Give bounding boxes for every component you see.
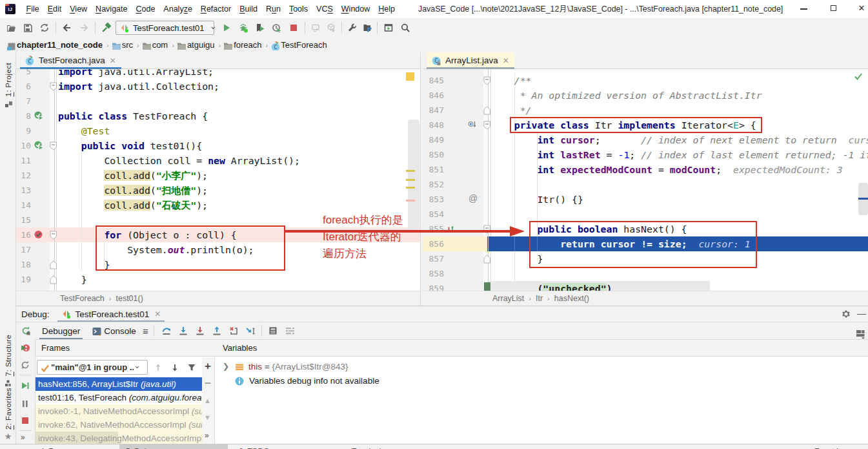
fold-expand-icon[interactable] — [50, 260, 57, 269]
breadcrumb-item[interactable]: ArrayList — [492, 294, 524, 303]
pause-button[interactable] — [20, 399, 30, 409]
step-out-button[interactable] — [208, 323, 225, 339]
remove-watch-button[interactable]: − — [205, 379, 211, 389]
breadcrumb-item[interactable]: TestForeach — [60, 294, 105, 303]
breadcrumb-item[interactable]: TestForeach — [281, 40, 327, 50]
maximize-button[interactable] — [823, 0, 843, 17]
editor-splitter[interactable] — [420, 52, 423, 306]
tabs-menu-button[interactable]: ≡ — [140, 323, 151, 339]
breakpoint-check-icon[interactable] — [34, 229, 44, 240]
stripe-favorites[interactable]: 2: Favorites★ — [0, 388, 16, 441]
run-to-cursor-button[interactable] — [242, 323, 259, 339]
fold-marker[interactable] — [483, 121, 491, 130]
frame-row[interactable]: invoke0:-1, NativeMethodAccessorImpl (su — [35, 404, 202, 418]
rerun-debug-button[interactable] — [20, 343, 30, 353]
debug-settings-button[interactable] — [841, 309, 851, 319]
drop-frame-button[interactable] — [225, 323, 242, 339]
fold-marker[interactable] — [483, 106, 491, 115]
add-watch-button[interactable]: + — [205, 361, 211, 371]
frame-up-button[interactable] — [153, 362, 163, 372]
open-button[interactable] — [3, 20, 19, 36]
override-marker-icon[interactable] — [467, 120, 478, 130]
coverage-button[interactable] — [252, 20, 268, 36]
stripe-project[interactable]: 1: Project — [0, 63, 16, 108]
fold-marker[interactable] — [483, 76, 491, 85]
stop-button[interactable] — [285, 20, 302, 36]
fold-expand-icon[interactable] — [483, 106, 491, 115]
editor-right-tab[interactable]: CArrayList.java✕ — [427, 52, 514, 68]
menu-run[interactable]: Run — [261, 0, 285, 18]
breadcrumb-item[interactable]: test01() — [116, 294, 143, 303]
stripe-structure[interactable]: 7: Structure — [0, 335, 16, 387]
minimize-button[interactable] — [794, 0, 813, 17]
run-window-button[interactable] — [380, 20, 397, 36]
sync-button[interactable] — [36, 20, 53, 36]
menu-help[interactable]: Help — [374, 0, 399, 18]
step-over-button[interactable] — [158, 323, 175, 339]
resume-button[interactable] — [20, 381, 30, 391]
move-watch-up-button[interactable]: ▲ — [204, 397, 211, 404]
evaluate-expression-button[interactable] — [265, 323, 281, 339]
fold-marker[interactable] — [50, 231, 57, 240]
menu-tools[interactable]: Tools — [285, 0, 312, 18]
step-into-button[interactable] — [175, 323, 192, 339]
forward-button[interactable] — [76, 20, 92, 36]
run-button[interactable] — [218, 20, 235, 36]
force-step-into-button[interactable] — [192, 323, 208, 339]
profiler-button[interactable] — [268, 20, 285, 36]
frame-row[interactable]: test01:16, TestForeach (com.atguigu.fore… — [35, 391, 202, 404]
hide-button[interactable]: — — [856, 306, 867, 322]
fold-collapse-icon[interactable] — [483, 121, 491, 130]
menu-navigate[interactable]: Navigate — [92, 0, 132, 18]
fold-expand-icon[interactable] — [50, 275, 57, 284]
breadcrumb-item[interactable]: Itr — [536, 294, 543, 303]
save-button[interactable] — [19, 20, 36, 36]
variable-row-this[interactable]: ❯this = {ArrayList$Itr@843} — [215, 359, 868, 373]
frame-row[interactable]: invoke:62, NativeMethodAccessorImpl (sun — [35, 418, 202, 432]
breadcrumb-item[interactable]: com — [152, 40, 168, 50]
menu-analyze[interactable]: Analyze — [159, 0, 196, 18]
tab-debugger[interactable]: Debugger — [38, 322, 84, 340]
run-config-combo[interactable]: TestForeach.test01⌄ — [116, 21, 214, 35]
wrench-button[interactable] — [345, 20, 359, 36]
editor-left-tab[interactable]: CTestForeach.java✕ — [20, 52, 121, 68]
tab-close-icon[interactable]: ✕ — [154, 309, 161, 318]
back-button[interactable] — [59, 20, 76, 36]
fold-marker[interactable] — [50, 141, 57, 151]
debug-session-tab[interactable]: TestForeach.test01✕ — [57, 306, 165, 322]
fold-marker[interactable] — [50, 260, 57, 269]
menu-code[interactable]: Code — [132, 0, 159, 18]
fold-collapse-icon[interactable] — [50, 82, 57, 91]
rerun-button[interactable] — [17, 323, 34, 339]
tab-console[interactable]: Console — [88, 322, 140, 340]
tab-close-icon[interactable]: ✕ — [503, 56, 509, 65]
run-gutter-icon[interactable] — [34, 110, 44, 121]
menu-vcs[interactable]: VCS — [312, 0, 338, 18]
run-gutter-icon[interactable] — [34, 140, 44, 151]
tab-close-icon[interactable]: ✕ — [110, 56, 116, 65]
breadcrumb-item[interactable]: foreach — [234, 40, 261, 50]
close-button[interactable]: ✕ — [852, 0, 868, 17]
breadcrumb-item[interactable]: src — [122, 40, 133, 50]
frame-down-button[interactable] — [170, 362, 179, 372]
frame-row[interactable]: hasNext:856, ArrayList$Itr (java.util) — [35, 377, 202, 391]
fold-marker[interactable] — [50, 275, 57, 284]
layout-settings-button[interactable] — [281, 323, 298, 339]
breadcrumb-item[interactable]: hasNext() — [554, 294, 589, 303]
attach-button[interactable] — [308, 20, 323, 36]
stop-red-button[interactable] — [20, 415, 30, 426]
menu-refactor[interactable]: Refactor — [196, 0, 235, 18]
breadcrumb-item[interactable]: atguigu — [187, 40, 215, 50]
project-structure-button[interactable] — [359, 20, 374, 36]
fold-marker[interactable] — [50, 82, 57, 91]
menu-view[interactable]: View — [66, 0, 92, 18]
thread-combo[interactable]: "main"@1 in group ...⌄ — [37, 360, 148, 375]
menu-window[interactable]: Window — [337, 0, 374, 18]
fold-collapse-icon[interactable] — [483, 76, 491, 85]
search-button[interactable] — [397, 20, 414, 36]
fold-expand-icon[interactable] — [483, 255, 491, 264]
breadcrumb-item[interactable]: chapter11_note_code — [17, 40, 103, 50]
debug-button[interactable] — [235, 20, 252, 36]
fold-collapse-icon[interactable] — [50, 141, 57, 151]
expand-chevron-icon[interactable]: ❯ — [223, 362, 229, 371]
